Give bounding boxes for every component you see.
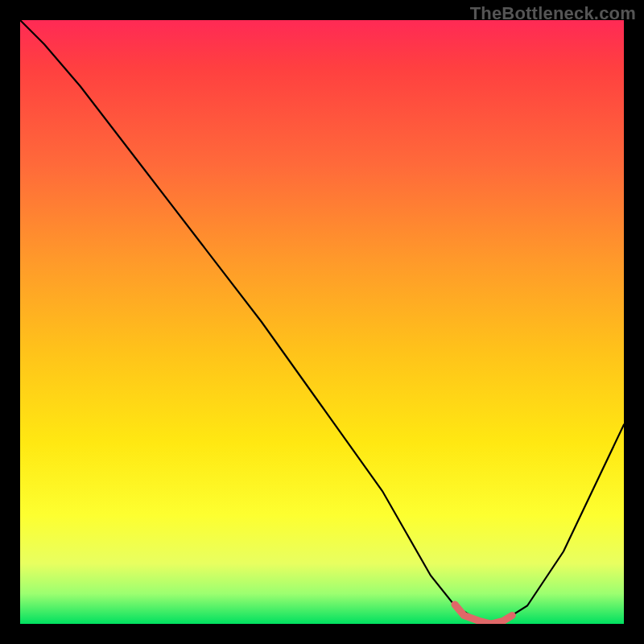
main-curve [20,20,624,624]
highlight-segment [455,605,512,624]
chart-container: TheBottleneck.com [0,0,644,644]
plot-area [20,20,624,624]
chart-svg [20,20,624,624]
